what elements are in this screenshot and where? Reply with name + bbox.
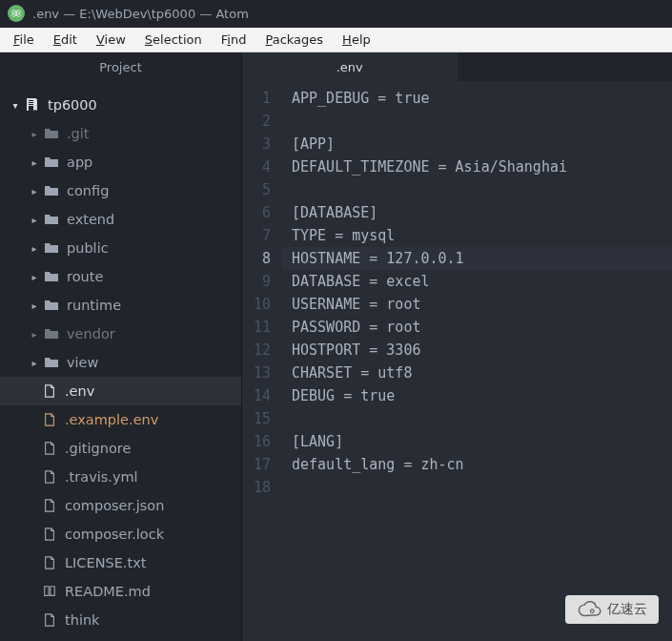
- code-line[interactable]: [282, 476, 672, 499]
- watermark-text: 亿速云: [607, 601, 647, 618]
- chevron-right-icon: ▸: [29, 300, 40, 311]
- root-label: tp6000: [48, 97, 97, 113]
- code-line[interactable]: default_lang = zh-cn: [282, 453, 672, 476]
- tree-root[interactable]: ▾ tp6000: [0, 91, 241, 119]
- watermark: 亿速云: [565, 595, 659, 624]
- code-line[interactable]: HOSTPORT = 3306: [282, 339, 672, 362]
- editor[interactable]: 123456789101112131415161718 APP_DEBUG = …: [242, 81, 672, 641]
- chevron-right-icon: ▸: [29, 157, 40, 168]
- code-line[interactable]: TYPE = mysql: [282, 224, 672, 247]
- gutter: 123456789101112131415161718: [242, 87, 282, 641]
- file-icon: [42, 412, 57, 427]
- chevron-down-icon: ▾: [10, 100, 21, 111]
- code-line[interactable]: [282, 407, 672, 430]
- folder-icon: [44, 183, 59, 198]
- menu-view[interactable]: View: [87, 31, 135, 49]
- project-label: Project: [99, 60, 141, 74]
- folder-icon: [44, 269, 59, 284]
- repo-icon: [25, 97, 40, 113]
- tree-file-composer-lock[interactable]: composer.lock: [0, 520, 241, 548]
- chevron-right-icon: ▸: [29, 358, 40, 368]
- atom-app-icon: [8, 5, 25, 22]
- folder-icon: [44, 298, 59, 313]
- sidebar: Project ▾ tp6000 ▸.git ▸app ▸config ▸ext…: [0, 52, 242, 641]
- menu-file[interactable]: File: [4, 31, 44, 49]
- folder-icon: [44, 326, 59, 341]
- code-line[interactable]: [282, 178, 672, 201]
- chevron-right-icon: ▸: [29, 272, 40, 282]
- tree-folder-app[interactable]: ▸app: [0, 148, 241, 176]
- code-line[interactable]: USERNAME = root: [282, 293, 672, 316]
- code-line[interactable]: DEFAULT_TIMEZONE = Asia/Shanghai: [282, 155, 672, 178]
- svg-point-0: [15, 12, 17, 14]
- file-icon: [42, 555, 57, 570]
- tab-env[interactable]: .env: [242, 52, 458, 81]
- menu-selection[interactable]: Selection: [135, 31, 212, 49]
- window-title: .env — E:\WebDev\tp6000 — Atom: [32, 7, 249, 21]
- folder-icon: [44, 212, 59, 227]
- chevron-right-icon: ▸: [29, 186, 40, 196]
- menu-edit[interactable]: Edit: [44, 31, 87, 49]
- file-icon: [42, 383, 57, 399]
- title-bar: .env — E:\WebDev\tp6000 — Atom: [0, 0, 672, 28]
- code-area[interactable]: APP_DEBUG = true[APP]DEFAULT_TIMEZONE = …: [282, 87, 672, 641]
- code-line[interactable]: APP_DEBUG = true: [282, 87, 672, 110]
- main: Project ▾ tp6000 ▸.git ▸app ▸config ▸ext…: [0, 52, 672, 641]
- tree-folder-git[interactable]: ▸.git: [0, 119, 241, 148]
- editor-pane: .env 123456789101112131415161718 APP_DEB…: [242, 52, 672, 641]
- tree-file-gitignore[interactable]: .gitignore: [0, 434, 241, 463]
- chevron-right-icon: ▸: [29, 215, 40, 225]
- tree-folder-view[interactable]: ▸view: [0, 348, 241, 377]
- code-line[interactable]: DEBUG = true: [282, 384, 672, 407]
- file-icon: [42, 469, 57, 485]
- tree-file-travis[interactable]: .travis.yml: [0, 463, 241, 491]
- tab-spacer: [458, 52, 673, 81]
- file-icon: [42, 612, 57, 628]
- tree-file-env[interactable]: .env: [0, 377, 241, 405]
- tree-folder-extend[interactable]: ▸extend: [0, 205, 241, 234]
- file-tree[interactable]: ▾ tp6000 ▸.git ▸app ▸config ▸extend ▸pub…: [0, 81, 241, 641]
- project-panel-header: Project: [0, 52, 241, 81]
- tree-folder-vendor[interactable]: ▸vendor: [0, 320, 241, 348]
- chevron-right-icon: ▸: [29, 129, 40, 139]
- tree-file-license[interactable]: LICENSE.txt: [0, 548, 241, 577]
- svg-point-3: [590, 610, 594, 613]
- tree-file-composer-json[interactable]: composer.json: [0, 491, 241, 520]
- menu-packages[interactable]: Packages: [255, 31, 333, 49]
- tree-file-example-env[interactable]: .example.env: [0, 405, 241, 434]
- book-icon: [42, 584, 57, 599]
- tree-file-readme[interactable]: README.md: [0, 577, 241, 606]
- tab-bar: .env: [242, 52, 672, 81]
- tree-file-think[interactable]: think: [0, 606, 241, 634]
- file-icon: [42, 527, 57, 542]
- code-line[interactable]: [LANG]: [282, 430, 672, 453]
- code-line[interactable]: [APP]: [282, 133, 672, 155]
- folder-icon: [44, 126, 59, 141]
- folder-icon: [44, 355, 59, 370]
- tree-folder-route[interactable]: ▸route: [0, 262, 241, 291]
- code-line[interactable]: HOSTNAME = 127.0.0.1: [282, 247, 672, 270]
- chevron-right-icon: ▸: [29, 329, 40, 340]
- tree-folder-runtime[interactable]: ▸runtime: [0, 291, 241, 320]
- code-line[interactable]: CHARSET = utf8: [282, 362, 672, 384]
- code-line[interactable]: [282, 110, 672, 133]
- file-icon: [42, 441, 57, 456]
- folder-icon: [44, 240, 59, 256]
- code-line[interactable]: PASSWORD = root: [282, 316, 672, 339]
- menu-find[interactable]: Find: [212, 31, 256, 49]
- menu-bar: File Edit View Selection Find Packages H…: [0, 28, 672, 52]
- cloud-icon: [577, 601, 601, 618]
- tree-folder-public[interactable]: ▸public: [0, 234, 241, 262]
- chevron-right-icon: ▸: [29, 243, 40, 254]
- tree-folder-config[interactable]: ▸config: [0, 176, 241, 205]
- file-icon: [42, 498, 57, 513]
- menu-help[interactable]: Help: [333, 31, 380, 49]
- code-line[interactable]: DATABASE = excel: [282, 270, 672, 293]
- code-line[interactable]: [DATABASE]: [282, 201, 672, 224]
- folder-icon: [44, 155, 59, 170]
